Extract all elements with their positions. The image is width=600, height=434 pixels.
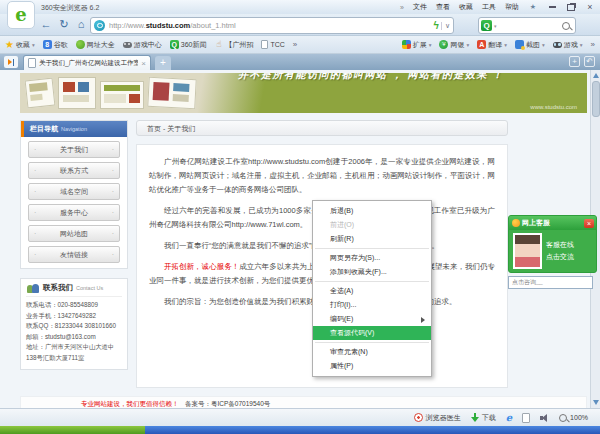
agent-cta: 点击交流 bbox=[546, 251, 574, 263]
banner-collage-tile bbox=[147, 77, 197, 109]
customer-service-body[interactable]: 客服在线 点击交流 bbox=[509, 230, 596, 272]
menu-item-forward: 前进(O) bbox=[313, 218, 431, 232]
consult-input[interactable]: 点击咨询__ bbox=[508, 276, 593, 289]
sidebar-item-links[interactable]: 友情链接 bbox=[28, 246, 120, 263]
contact-email: 邮箱：studstu@163.com bbox=[26, 332, 122, 343]
menu-favorites[interactable]: 收藏 bbox=[459, 2, 473, 12]
restore-button[interactable] bbox=[566, 2, 576, 12]
toolbar-online-banking[interactable]: ¥ 网银 ▾ bbox=[439, 40, 469, 50]
browser-logo-icon[interactable]: e bbox=[7, 1, 35, 29]
screenshot-icon bbox=[515, 40, 524, 49]
sidebar-item-contact[interactable]: 联系方式 bbox=[28, 162, 120, 179]
speaker-icon[interactable] bbox=[540, 413, 549, 422]
bookmark-game-center[interactable]: 游戏中心 bbox=[123, 40, 162, 50]
page-viewport: 并不是所有能访问的都叫网站 ， 网站看的是效果 ！ www.studstu.co… bbox=[0, 70, 600, 408]
sidebar-item-domain[interactable]: 域名空间 bbox=[28, 183, 120, 200]
tab-close-icon[interactable]: × bbox=[141, 59, 146, 68]
menu-file[interactable]: 文件 bbox=[413, 2, 427, 12]
scroll-down-icon[interactable] bbox=[593, 400, 599, 405]
banner-site-url: www.studstu.com bbox=[530, 104, 577, 110]
agent-status: 客服在线 bbox=[546, 239, 574, 251]
menu-item-print[interactable]: 打印(I)... bbox=[313, 298, 431, 312]
minimize-button[interactable] bbox=[547, 2, 557, 12]
window-title: 360安全浏览器 6.2 bbox=[41, 3, 99, 13]
widget-close-icon[interactable]: × bbox=[584, 219, 594, 228]
paragraph-intro: 广州奇亿网站建设工作室http://www.studstu.com创建于2006… bbox=[149, 155, 495, 197]
bottom-edge-blue bbox=[145, 426, 600, 434]
sidebar-item-sitemap[interactable]: 网站地图 bbox=[28, 225, 120, 242]
banner-image: 并不是所有能访问的都叫网站 ， 网站看的是效果 ！ www.studstu.co… bbox=[20, 73, 587, 113]
toolbar-label: 游戏 bbox=[564, 40, 578, 50]
menu-item-select-all[interactable]: 全选(A) bbox=[313, 284, 431, 298]
star-icon: ★ bbox=[5, 40, 14, 49]
page-footer: 专业网站建设，我们更值得信赖！ 备案号：粤ICP备07019540号 bbox=[20, 396, 587, 408]
search-icon[interactable] bbox=[562, 22, 570, 30]
menu-item-inspect-element[interactable]: 审查元素(N) bbox=[313, 345, 431, 359]
undo-close-tab-icon[interactable]: ↶ bbox=[584, 56, 595, 67]
menu-overflow-icon[interactable]: » bbox=[400, 4, 404, 11]
address-bar[interactable]: http://www.studstu.com/about_1.html ϟ ∨ bbox=[90, 17, 454, 34]
sidebar-item-about[interactable]: 关于我们 bbox=[28, 141, 120, 158]
bookmark-favorites[interactable]: ★ 收藏 ▾ bbox=[5, 40, 35, 50]
speed-boost-icon[interactable]: ϟ bbox=[434, 20, 439, 31]
bookmark-label: 网址大全 bbox=[87, 40, 115, 50]
menu-view[interactable]: 查看 bbox=[436, 2, 450, 12]
bookmark-site-directory[interactable]: 网址大全 bbox=[76, 40, 115, 50]
bookmark-tcc[interactable]: TCC bbox=[261, 40, 284, 49]
breadcrumb[interactable]: 首页 - 关于我们 bbox=[136, 120, 508, 136]
menu-help[interactable]: 帮助 bbox=[505, 2, 519, 12]
bookmark-label: 【广州招 bbox=[225, 40, 253, 50]
bookmarks-overflow-icon[interactable]: » bbox=[293, 40, 297, 49]
customer-service-box[interactable]: 网上客服 × 客服在线 点击交流 bbox=[508, 215, 597, 273]
site-safety-icon[interactable] bbox=[94, 20, 105, 31]
context-menu: 后退(B) 前进(O) 刷新(R) 网页另存为(S)... 添加到收藏夹(F).… bbox=[312, 200, 432, 377]
browser-doctor-button[interactable]: 浏览器医生 bbox=[414, 413, 461, 423]
search-box[interactable]: Q ▾ bbox=[478, 17, 576, 34]
toolbar-games[interactable]: 游戏 ▾ bbox=[553, 40, 583, 50]
menu-item-refresh[interactable]: 刷新(R) bbox=[313, 232, 431, 246]
page-mode-icon[interactable] bbox=[522, 413, 530, 423]
back-button[interactable]: ← bbox=[38, 17, 54, 33]
bookmark-360-news[interactable]: Q 360新闻 bbox=[170, 40, 207, 50]
chevron-down-icon: ▾ bbox=[504, 42, 507, 48]
home-button[interactable]: ⌂ bbox=[73, 17, 89, 33]
new-tab-button[interactable]: + bbox=[155, 56, 171, 70]
restore-tab-icon[interactable]: + bbox=[569, 56, 580, 67]
url-text[interactable]: http://www.studstu.com/about_1.html bbox=[109, 21, 432, 30]
toolbar-translate[interactable]: A 翻译 ▾ bbox=[477, 40, 507, 50]
ie-mode-icon[interactable]: e bbox=[506, 412, 512, 423]
tab-about-us[interactable]: 关于我们_广州奇亿网站建设工作室 × bbox=[23, 55, 151, 70]
sidebar-nav-header: 栏目导航 Navigation bbox=[21, 121, 127, 137]
search-engine-icon[interactable]: Q bbox=[481, 20, 492, 31]
skin-icon[interactable]: ★ bbox=[528, 2, 538, 12]
menu-item-view-source[interactable]: 查看源代码(V) bbox=[313, 326, 431, 340]
banner-collage-tile bbox=[58, 77, 96, 109]
tab-pin-icon[interactable] bbox=[4, 56, 18, 68]
url-dropdown-icon[interactable]: ∨ bbox=[441, 22, 453, 30]
chevron-down-icon: ▾ bbox=[32, 42, 35, 48]
refresh-button[interactable]: ↻ bbox=[56, 17, 72, 33]
menu-item-properties[interactable]: 属性(P) bbox=[313, 359, 431, 373]
menu-item-back[interactable]: 后退(B) bbox=[313, 204, 431, 218]
toolbar-overflow-icon[interactable]: » bbox=[591, 40, 595, 49]
contact-title: 联系我们 bbox=[43, 283, 73, 293]
sidebar-item-service[interactable]: 服务中心 bbox=[28, 204, 120, 221]
scroll-up-icon[interactable] bbox=[593, 73, 599, 78]
menu-item-save-page-as[interactable]: 网页另存为(S)... bbox=[313, 251, 431, 265]
download-button[interactable]: 下载 bbox=[471, 413, 496, 423]
chevron-down-icon: ▾ bbox=[580, 42, 583, 48]
games-icon bbox=[553, 42, 562, 48]
menu-tools[interactable]: 工具 bbox=[482, 2, 496, 12]
zoom-control[interactable]: 100% bbox=[559, 414, 588, 422]
menu-item-encoding[interactable]: 编码(E) bbox=[313, 312, 431, 326]
search-engine-caret-icon[interactable]: ▾ bbox=[494, 23, 562, 29]
bookmark-guangzhou[interactable]: ☝ 【广州招 bbox=[214, 40, 253, 50]
toolbar-extensions[interactable]: 扩展 ▾ bbox=[402, 40, 432, 50]
menu-item-add-to-favorites[interactable]: 添加到收藏夹(F)... bbox=[313, 265, 431, 279]
zoom-icon bbox=[559, 414, 567, 422]
toolbar-screenshot[interactable]: 截图 ▾ bbox=[515, 40, 545, 50]
bookmark-label: 收藏 bbox=[16, 40, 30, 50]
close-button[interactable]: × bbox=[585, 2, 595, 12]
bookmark-google[interactable]: 8 谷歌 bbox=[43, 40, 68, 50]
scrollbar-thumb[interactable] bbox=[592, 81, 600, 117]
